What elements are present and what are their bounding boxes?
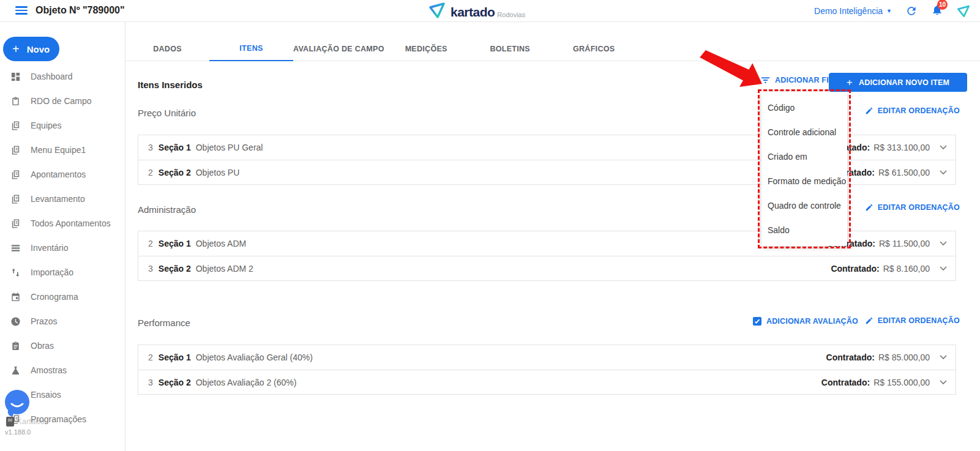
- pencil-icon: [865, 203, 873, 212]
- amount-label: Contratado:: [831, 264, 879, 274]
- row-section: Seção 2: [159, 264, 191, 274]
- sidebar-item-label: Inventário: [31, 243, 68, 253]
- sidebar-item-rdo-de-campo[interactable]: RDO de Campo: [0, 89, 125, 113]
- sidebar-item-apontamentos[interactable]: Apontamentos: [0, 162, 125, 187]
- filter-option-quadro-de-controle[interactable]: Quadro de controle: [761, 193, 847, 218]
- section-title: Preço Unitário: [138, 108, 196, 118]
- sidebar: + Novo Dashboard RDO de Campo Equipes Me…: [0, 22, 125, 451]
- sidebar-item-label: Levantamento: [31, 194, 85, 204]
- brand-suffix: Rodovias: [497, 11, 525, 18]
- sidebar-item-amostras[interactable]: Amostras: [0, 358, 125, 382]
- sidebar-item-label: Todos Apontamentos: [31, 218, 111, 228]
- edit-order-button[interactable]: EDITAR ORDENAÇÃO: [865, 203, 960, 212]
- add-review-label: ADICIONAR AVALIAÇÃO: [766, 317, 858, 326]
- sidebar-item-inventario[interactable]: Inventário: [0, 236, 125, 260]
- row-count: 3: [148, 143, 153, 152]
- edit-order-button[interactable]: EDITAR ORDENAÇÃO: [865, 106, 960, 115]
- item-row[interactable]: 3 Seção 2 Objetos Avaliação 2 (60%) Cont…: [138, 370, 956, 394]
- amount-value: R$ 61.500,00: [878, 168, 930, 177]
- chevron-down-icon[interactable]: [940, 145, 947, 150]
- tab-bar: DADOS ITENS AVALIAÇÃO DE CAMPO MEDIÇÕES …: [125, 37, 980, 61]
- filter-icon: [761, 76, 770, 84]
- row-count: 2: [148, 352, 153, 362]
- amount-value: R$ 313.100,00: [873, 143, 930, 152]
- items-group: 2 Seção 1 Objetos Avaliação Geral (40%) …: [138, 345, 956, 395]
- header-actions: Demo Inteligência ▼ 10: [814, 0, 970, 22]
- caret-down-icon: ▼: [886, 8, 892, 14]
- plus-icon: +: [12, 43, 20, 54]
- sidebar-item-equipes[interactable]: Equipes: [0, 113, 125, 138]
- edit-order-button[interactable]: EDITAR ORDENAÇÃO: [865, 316, 960, 325]
- tab-medicoes[interactable]: MEDIÇÕES: [384, 37, 468, 61]
- sidebar-item-label: Ensaios: [31, 390, 61, 400]
- chevron-down-icon[interactable]: [940, 380, 947, 385]
- new-button-label: Novo: [27, 44, 50, 54]
- documents-icon: [10, 121, 21, 131]
- chevron-down-icon[interactable]: [940, 241, 947, 246]
- row-count: 2: [148, 239, 153, 248]
- row-description: Objetos Avaliação 2 (60%): [196, 378, 297, 387]
- sidebar-item-label: Dashboard: [31, 72, 73, 81]
- menu-icon[interactable]: [15, 6, 28, 16]
- account-label: Demo Inteligência: [814, 6, 883, 16]
- amount-label: Contratado:: [821, 378, 870, 387]
- sidebar-item-cronograma[interactable]: Cronograma: [0, 285, 125, 309]
- row-description: Objetos Avaliação Geral (40%): [196, 352, 313, 362]
- row-section: Seção 1: [159, 352, 191, 362]
- new-button[interactable]: + Novo: [3, 37, 59, 61]
- app-version: v1.188.0: [5, 428, 31, 436]
- sidebar-item-todos-apontamentos[interactable]: Todos Apontamentos: [0, 211, 125, 236]
- filter-option-codigo[interactable]: Código: [761, 95, 847, 120]
- amount-value: R$ 85.000,00: [878, 352, 930, 362]
- section-title: Performance: [138, 318, 190, 328]
- amount-label: Contratado:: [826, 352, 875, 362]
- sidebar-item-prazos[interactable]: Prazos: [0, 309, 125, 334]
- sidebar-item-dashboard[interactable]: Dashboard: [0, 64, 125, 89]
- tab-boletins[interactable]: BOLETINS: [468, 37, 552, 61]
- tab-graficos[interactable]: GRÁFICOS: [552, 37, 636, 61]
- filter-option-controle-adicional[interactable]: Controle adicional: [761, 120, 847, 144]
- tab-itens[interactable]: ITENS: [209, 37, 293, 61]
- edit-order-label: EDITAR ORDENAÇÃO: [878, 106, 960, 115]
- documents-icon: [10, 194, 21, 204]
- chat-launcher[interactable]: [5, 390, 29, 414]
- tab-avaliacao-de-campo[interactable]: AVALIAÇÃO DE CAMPO: [293, 37, 384, 61]
- sidebar-item-levantamento[interactable]: Levantamento: [0, 187, 125, 211]
- item-row[interactable]: 2 Seção 1 Objetos Avaliação Geral (40%) …: [138, 345, 956, 370]
- sidebar-item-label: Equipes: [31, 121, 62, 130]
- refresh-icon[interactable]: [905, 5, 918, 17]
- filter-option-criado-em[interactable]: Criado em: [761, 144, 847, 169]
- sidebar-item-label: Amostras: [31, 365, 67, 375]
- chat-smile-icon: [5, 390, 29, 414]
- brand-name: kartado: [451, 4, 495, 20]
- account-menu[interactable]: Demo Inteligência ▼: [814, 6, 892, 16]
- notifications-button[interactable]: 10: [931, 4, 943, 18]
- flask-icon: [10, 365, 21, 376]
- chevron-down-icon[interactable]: [940, 266, 947, 271]
- filter-dropdown: Código Controle adicional Criado em Form…: [761, 92, 847, 246]
- row-section: Seção 2: [159, 378, 191, 387]
- row-description: Objetos ADM 2: [196, 264, 253, 274]
- sidebar-item-importacao[interactable]: Importação: [0, 260, 125, 285]
- footer-logo-icon: [6, 417, 14, 427]
- sidebar-item-label: Obras: [31, 341, 54, 351]
- import-export-icon: [10, 267, 21, 278]
- tab-dados[interactable]: DADOS: [125, 37, 209, 61]
- add-new-item-button[interactable]: + ADICIONAR NOVO ITEM: [829, 73, 967, 92]
- filter-option-saldo[interactable]: Saldo: [761, 218, 847, 242]
- documents-icon: [10, 145, 21, 155]
- kartado-logo-icon: [428, 2, 446, 19]
- row-section: Seção 1: [159, 239, 191, 248]
- sidebar-item-menu-equipe1[interactable]: Menu Equipe1: [0, 138, 125, 162]
- sidebar-item-obras[interactable]: Obras: [0, 334, 125, 358]
- chevron-down-icon[interactable]: [940, 170, 947, 175]
- kartado-plane-icon[interactable]: [957, 4, 970, 18]
- item-row[interactable]: 3 Seção 2 Objetos ADM 2 Contratado: R$ 8…: [138, 256, 956, 280]
- sidebar-item-label: Cronograma: [31, 292, 78, 302]
- calendar-icon: [10, 292, 21, 302]
- chevron-down-icon[interactable]: [940, 355, 947, 360]
- add-review-button[interactable]: ADICIONAR AVALIAÇÃO: [752, 316, 858, 326]
- filter-option-formato-de-medicao[interactable]: Formato de medição: [761, 169, 847, 193]
- row-section: Seção 2: [159, 168, 191, 177]
- row-count: 2: [148, 168, 153, 177]
